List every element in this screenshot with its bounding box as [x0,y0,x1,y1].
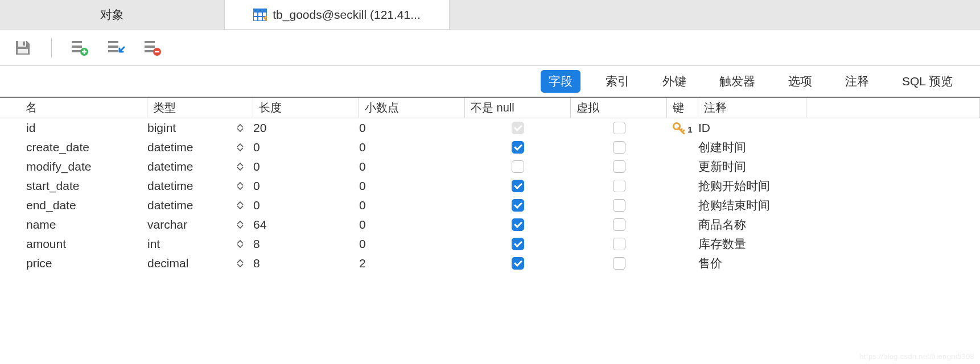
cell-length[interactable]: 64 [253,218,359,231]
cell-comment[interactable]: 抢购开始时间 [698,178,980,194]
table-row[interactable]: start_date datetime 0 0 抢购开始时间 [0,176,980,196]
cell-type-stepper[interactable] [227,181,253,191]
cell-notnull[interactable] [465,180,571,192]
cell-type-stepper[interactable] [227,239,253,249]
cell-notnull[interactable] [465,238,571,250]
cell-comment[interactable]: 更新时间 [698,159,980,175]
stepper-icon[interactable] [237,259,244,268]
add-field-button[interactable] [69,36,92,59]
table-row[interactable]: modify_date datetime 0 0 更新时间 [0,157,980,176]
checkbox[interactable] [512,160,524,173]
cell-length[interactable]: 20 [253,121,359,135]
table-row[interactable]: price decimal 8 2 售价 [0,254,980,273]
cell-name[interactable]: modify_date [26,160,147,173]
cell-type-stepper[interactable] [227,259,253,268]
header-virtual[interactable]: 虚拟 [571,98,667,118]
header-decimals[interactable]: 小数点 [359,98,465,118]
cell-name[interactable]: start_date [26,179,147,193]
section-tab-triggers[interactable]: 触发器 [711,70,763,93]
cell-length[interactable]: 8 [253,237,359,251]
cell-length[interactable]: 8 [253,257,359,270]
checkbox[interactable] [512,257,524,270]
cell-type-stepper[interactable] [227,201,253,210]
cell-type[interactable]: varchar [147,218,227,231]
section-tab-options[interactable]: 选项 [780,70,820,93]
cell-comment[interactable]: ID [698,121,980,135]
cell-type[interactable]: decimal [147,257,227,270]
tab-objects[interactable]: 对象 [0,0,225,29]
save-button[interactable] [11,36,34,59]
table-row[interactable]: create_date datetime 0 0 创建时间 [0,138,980,157]
cell-notnull[interactable] [465,141,571,154]
cell-type-stepper[interactable] [227,123,253,133]
header-key[interactable]: 键 [667,98,698,118]
cell-notnull[interactable] [465,160,571,173]
insert-field-button[interactable] [105,36,128,59]
cell-virtual[interactable] [571,122,667,134]
cell-notnull[interactable] [465,218,571,231]
stepper-icon[interactable] [237,239,244,249]
stepper-icon[interactable] [237,220,244,229]
table-row[interactable]: name varchar 64 0 商品名称 [0,215,980,234]
cell-type-stepper[interactable] [227,162,253,171]
cell-decimals[interactable]: 0 [359,237,465,251]
table-row[interactable]: amount int 8 0 库存数量 [0,234,980,254]
cell-notnull[interactable] [465,257,571,270]
cell-type[interactable]: int [147,237,227,251]
stepper-icon[interactable] [237,201,244,210]
cell-length[interactable]: 0 [253,140,359,154]
header-length[interactable]: 长度 [253,98,359,118]
cell-decimals[interactable]: 2 [359,257,465,270]
cell-length[interactable]: 0 [253,179,359,193]
cell-virtual[interactable] [571,160,667,173]
checkbox[interactable] [512,218,524,231]
header-name[interactable]: 名 [20,98,147,118]
cell-decimals[interactable]: 0 [359,218,465,231]
checkbox[interactable] [512,122,524,134]
cell-notnull[interactable] [465,122,571,134]
stepper-icon[interactable] [237,162,244,171]
cell-virtual[interactable] [571,238,667,250]
section-tab-fkeys[interactable]: 外键 [654,70,694,93]
tab-table-goods[interactable]: tb_goods@seckill (121.41... [225,0,450,29]
cell-length[interactable]: 0 [253,198,359,212]
cell-virtual[interactable] [571,180,667,192]
cell-virtual[interactable] [571,218,667,231]
checkbox[interactable] [512,180,524,192]
section-tab-comment[interactable]: 注释 [837,70,877,93]
checkbox[interactable] [613,122,625,134]
cell-comment[interactable]: 库存数量 [698,236,980,252]
section-tab-indexes[interactable]: 索引 [598,70,637,93]
cell-decimals[interactable]: 0 [359,179,465,193]
table-row[interactable]: end_date datetime 0 0 抢购结束时间 [0,196,980,215]
cell-decimals[interactable]: 0 [359,140,465,154]
checkbox[interactable] [512,141,524,154]
cell-name[interactable]: amount [26,237,147,251]
cell-type[interactable]: datetime [147,198,227,212]
checkbox[interactable] [613,141,625,154]
cell-decimals[interactable]: 0 [359,198,465,212]
cell-type[interactable]: datetime [147,179,227,193]
cell-name[interactable]: end_date [26,198,147,212]
cell-type[interactable]: bigint [147,121,227,135]
cell-name[interactable]: price [26,257,147,270]
cell-name[interactable]: create_date [26,140,147,154]
cell-comment[interactable]: 创建时间 [698,139,980,155]
checkbox[interactable] [512,199,524,212]
cell-virtual[interactable] [571,199,667,212]
cell-type[interactable]: datetime [147,160,227,173]
checkbox[interactable] [613,218,625,231]
cell-key[interactable]: 1 [667,122,698,134]
checkbox[interactable] [613,257,625,270]
stepper-icon[interactable] [237,123,244,133]
stepper-icon[interactable] [237,143,244,152]
cell-type[interactable]: datetime [147,140,227,154]
cell-decimals[interactable]: 0 [359,121,465,135]
header-notnull[interactable]: 不是 null [465,98,571,118]
cell-comment[interactable]: 售价 [698,255,980,271]
checkbox[interactable] [613,160,625,173]
table-row[interactable]: id bigint 20 0 1 ID [0,118,980,138]
checkbox[interactable] [512,238,524,250]
cell-virtual[interactable] [571,141,667,154]
header-type[interactable]: 类型 [147,98,253,118]
